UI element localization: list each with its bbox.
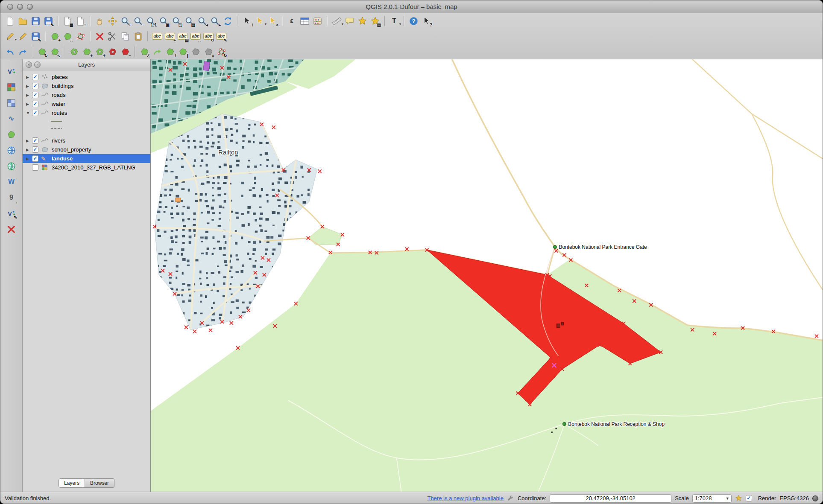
new-print-composer-button[interactable]: ▦ (62, 15, 73, 27)
help-contents-button[interactable] (407, 15, 419, 27)
expander-icon[interactable]: ▶ (26, 93, 32, 97)
add-wfs-layer-button[interactable]: W (6, 176, 18, 188)
rotate-feature-button[interactable]: ↻ (36, 46, 48, 58)
measure-line-button[interactable]: ▾ (331, 15, 343, 27)
render-checkbox[interactable]: ✓ (746, 495, 752, 501)
offset-curve-button[interactable] (151, 46, 163, 58)
delete-ring-button[interactable] (106, 46, 118, 58)
copy-features-button[interactable] (119, 30, 131, 42)
deselect-features-button[interactable]: × (267, 15, 278, 27)
merge-attributes-button[interactable]: ≡ (202, 46, 214, 58)
layer-item-3420C_2010_327_RGB_LATLNG[interactable]: 3420C_2010_327_RGB_LATLNG (23, 163, 150, 172)
layer-item-roads[interactable]: ▶✓roads (23, 90, 150, 99)
layer-item-routes[interactable]: ▼✓routes (23, 108, 150, 117)
split-features-button[interactable]: / (164, 46, 176, 58)
new-bookmark-button[interactable] (356, 15, 368, 27)
merge-features-button[interactable] (190, 46, 202, 58)
save-project-button[interactable] (29, 15, 41, 27)
highlight-pinned-labels-button[interactable]: abc▤ (177, 30, 189, 42)
pin-labels-button[interactable]: abc+ (164, 30, 176, 42)
layer-checkbox[interactable]: ✓ (32, 137, 38, 144)
expander-icon[interactable]: ▶ (26, 139, 32, 143)
log-messages-icon[interactable] (735, 495, 742, 502)
layer-item-buildings[interactable]: ▶✓buildings (23, 82, 150, 90)
coordinate-input[interactable] (550, 494, 671, 503)
scale-combo[interactable]: 1:7028 ▼ (692, 494, 732, 503)
expander-icon[interactable]: ▼ (26, 111, 32, 115)
toggle-editing-button[interactable] (17, 30, 29, 42)
expander-icon[interactable]: ▶ (26, 157, 32, 161)
save-project-as-button[interactable]: ✎ (42, 15, 54, 27)
add-ring-button[interactable] (68, 46, 80, 58)
expander-icon[interactable]: ▶ (26, 75, 32, 79)
panel-float-button[interactable]: ◦ (34, 61, 41, 68)
split-parts-button[interactable]: ∥ (177, 46, 189, 58)
close-button[interactable] (7, 4, 13, 10)
expander-icon[interactable]: ▶ (26, 148, 32, 152)
refresh-map-button[interactable] (222, 15, 234, 27)
save-layer-edits-button[interactable]: ✎ (29, 30, 41, 42)
layer-checkbox[interactable] (32, 164, 38, 171)
rotate-label-button[interactable]: abc↻ (202, 30, 214, 42)
undo-button[interactable] (4, 46, 16, 58)
add-feature-button[interactable]: + (49, 30, 61, 42)
map-tips-button[interactable] (343, 15, 355, 27)
zoom-button[interactable] (27, 4, 33, 10)
rotate-point-symbols-button[interactable]: ↻ (215, 46, 227, 58)
text-annotation-button[interactable]: T▾ (388, 15, 400, 27)
add-vector-layer-button[interactable] (6, 65, 18, 77)
zoom-to-selection-button[interactable]: ▢ (170, 15, 182, 27)
simplify-feature-button[interactable]: ∿ (49, 46, 61, 58)
pan-to-selection-button[interactable] (106, 15, 118, 27)
add-postgis-layer-button[interactable] (6, 97, 18, 109)
add-raster-layer-button[interactable] (6, 81, 18, 93)
field-calculator-button[interactable] (311, 15, 323, 27)
identify-features-button[interactable]: i (241, 15, 253, 27)
layer-item-school_property[interactable]: ▶✓school_property (23, 145, 150, 154)
add-spatialite-layer-button[interactable]: ∿ (6, 113, 18, 125)
open-attribute-table-button[interactable] (299, 15, 310, 27)
move-label-button[interactable]: abc↔ (190, 30, 202, 42)
paste-features-button[interactable] (132, 30, 144, 42)
zoom-native-button[interactable]: 1:1 (145, 15, 157, 27)
zoom-out-button[interactable]: − (132, 15, 144, 27)
new-project-button[interactable] (4, 15, 16, 27)
whats-this-button[interactable]: ? (420, 15, 432, 27)
tab-browser[interactable]: Browser (85, 478, 114, 488)
current-edits-button[interactable]: ▾ (4, 30, 16, 42)
reshape-features-button[interactable]: ∠ (138, 46, 150, 58)
redo-button[interactable] (17, 46, 29, 58)
minimize-button[interactable] (17, 4, 23, 10)
add-delimited-text-layer-button[interactable]: 9, (6, 192, 18, 204)
cut-features-button[interactable] (106, 30, 118, 42)
move-feature-button[interactable]: ↔ (62, 30, 73, 42)
zoom-in-button[interactable]: + (119, 15, 131, 27)
remove-layer-button[interactable] (6, 223, 18, 235)
plugin-link[interactable]: There is a new plugin available (427, 495, 504, 501)
node-tool-button[interactable] (74, 30, 86, 42)
map-canvas[interactable]: Bontebok National Park Entrance Gate Bon… (151, 59, 823, 492)
layer-checkbox[interactable]: ✓ (32, 92, 38, 98)
layer-item-water[interactable]: ▶✓water (23, 99, 150, 108)
open-project-button[interactable] (17, 15, 29, 27)
tab-layers[interactable]: Layers (59, 478, 85, 488)
add-wcs-layer-button[interactable] (6, 160, 18, 172)
new-shapefile-layer-button[interactable]: ✎ (6, 207, 18, 219)
add-mssql-layer-button[interactable] (6, 128, 18, 140)
delete-selected-button[interactable] (94, 30, 105, 42)
plugin-icon[interactable] (507, 495, 514, 502)
layer-item-places[interactable]: ▶✓places (23, 73, 150, 82)
add-wms-layer-button[interactable] (6, 144, 18, 156)
pan-map-button[interactable] (94, 15, 105, 27)
select-by-expression-button[interactable]: ε (286, 15, 298, 27)
layer-item-landuse[interactable]: ▶✓✎landuse (23, 154, 150, 163)
show-bookmarks-button[interactable]: ▤ (369, 15, 381, 27)
change-label-button[interactable]: abc✎ (215, 30, 227, 42)
layer-checkbox[interactable]: ✓ (32, 101, 38, 107)
delete-part-button[interactable]: − (119, 46, 131, 58)
zoom-to-layer-button[interactable]: ▤ (183, 15, 195, 27)
expander-icon[interactable]: ▶ (26, 102, 32, 106)
labeling-options-button[interactable]: abc (151, 30, 163, 42)
layer-checkbox[interactable]: ✓ (32, 110, 38, 116)
layer-item-rivers[interactable]: ▶✓rivers (23, 136, 150, 145)
